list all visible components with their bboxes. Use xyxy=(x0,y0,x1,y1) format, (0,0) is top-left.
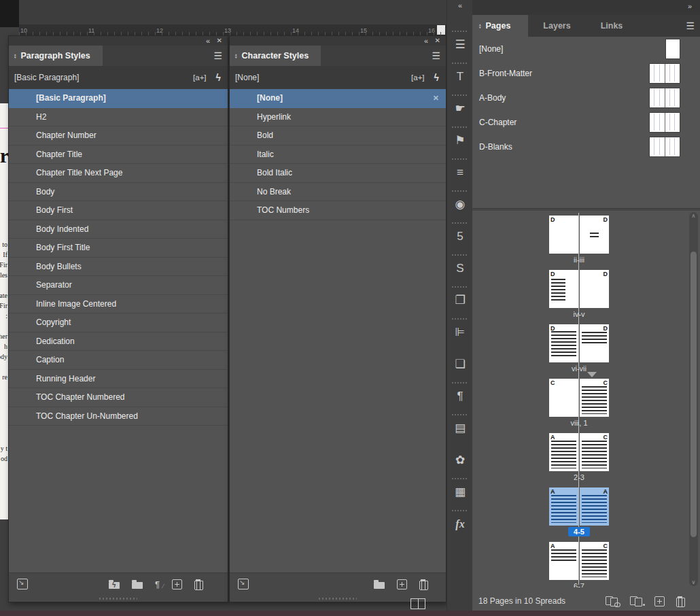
numbering-panel-icon[interactable]: 5 xyxy=(447,220,473,252)
gesture-hand-icon[interactable]: ☛ xyxy=(447,92,473,124)
quick-apply-icon[interactable]: ϟ xyxy=(216,72,221,83)
close-panel-icon[interactable]: ✕ xyxy=(435,36,440,46)
style-row[interactable]: Running Header xyxy=(9,370,228,389)
page-right: A xyxy=(580,487,609,526)
document-text-fragment: her xyxy=(0,333,7,340)
spread-6-7[interactable]: AC6-7 xyxy=(549,542,609,587)
style-row[interactable]: Copyright xyxy=(9,313,228,332)
delete-style-icon[interactable] xyxy=(419,581,428,590)
panel-title-bar[interactable]: « ✕ xyxy=(230,36,446,46)
create-new-page-icon[interactable] xyxy=(654,596,665,606)
master-row[interactable]: [None] xyxy=(472,37,700,61)
style-row[interactable]: Chapter Number xyxy=(9,126,228,146)
style-row[interactable]: Body Bullets xyxy=(9,258,228,277)
tab-pages[interactable]: ▴▾ Pages xyxy=(472,15,528,37)
tab-character-styles[interactable]: ▴▾ Character Styles xyxy=(230,46,321,66)
edit-page-size-icon[interactable] xyxy=(606,596,618,606)
panel-title-bar[interactable]: « ✕ xyxy=(9,36,228,46)
style-row[interactable]: Chapter Title Next Page xyxy=(9,164,228,183)
style-row[interactable]: Chapter Title xyxy=(9,146,228,165)
new-style-group-icon[interactable] xyxy=(132,582,143,589)
load-styles-icon[interactable] xyxy=(238,579,249,589)
master-name: [None] xyxy=(479,44,503,54)
spread-ii-iii[interactable]: DDii-iii xyxy=(549,216,609,264)
spread-2-3[interactable]: AC2-3 xyxy=(549,433,609,481)
style-row[interactable]: Dedication xyxy=(9,332,228,352)
spread-iv-v[interactable]: DDiv-v xyxy=(549,270,609,318)
style-row[interactable]: Inline Image Centered xyxy=(9,295,228,314)
tab-paragraph-styles[interactable]: ▴▾ Paragraph Styles xyxy=(9,46,103,66)
style-row[interactable]: Body Indented xyxy=(9,220,228,239)
transform-panel-icon[interactable]: ❏ xyxy=(447,348,473,380)
master-row[interactable]: D-Blanks xyxy=(472,135,700,159)
style-row[interactable]: Caption xyxy=(9,351,228,370)
swash-panel-icon[interactable]: S xyxy=(447,252,473,284)
gradient-panel-icon[interactable]: ▤ xyxy=(447,412,473,444)
style-row[interactable]: TOC Chapter Numbered xyxy=(9,388,228,407)
swatches-panel-icon[interactable]: ▦ xyxy=(447,476,473,508)
scroll-up-icon[interactable]: ∧ xyxy=(689,213,698,219)
style-row[interactable]: Body First Title xyxy=(9,239,228,258)
scroll-down-icon[interactable]: ∨ xyxy=(689,579,698,585)
collapse-panel-icon[interactable]: « xyxy=(424,36,428,46)
character-panel-icon[interactable]: T xyxy=(447,61,473,92)
page-left: C xyxy=(549,379,578,417)
effects-panel-icon[interactable]: fx xyxy=(447,508,473,540)
spread-viii-1[interactable]: CCviii, 1 xyxy=(549,379,609,427)
style-row[interactable]: H2 xyxy=(9,108,228,127)
new-style-group-icon[interactable] xyxy=(374,582,385,589)
style-row[interactable]: [Basic Paragraph] xyxy=(9,89,228,108)
delete-page-icon[interactable] xyxy=(676,598,685,607)
panel-toggle-icon: ▴▾ xyxy=(14,53,16,58)
bookmarks-panel-icon[interactable]: ⚑ xyxy=(447,124,473,156)
create-new-style-icon[interactable] xyxy=(172,579,182,589)
style-row[interactable]: Bold Italic xyxy=(230,164,446,183)
style-row[interactable]: Bold xyxy=(230,126,446,146)
master-row[interactable]: C-Chapter xyxy=(472,110,700,135)
style-row[interactable]: Hyperlink xyxy=(230,108,446,127)
load-styles-icon[interactable] xyxy=(17,579,28,589)
master-thumbnail xyxy=(650,137,680,156)
style-row[interactable]: Body xyxy=(9,183,228,202)
style-row[interactable]: TOC Chapter Un-Numbered xyxy=(9,407,228,426)
expand-dock-icon[interactable]: » xyxy=(688,2,692,10)
paragraph-mark-panel-icon[interactable]: ¶ xyxy=(447,380,473,412)
master-row[interactable]: B-Front-Matter xyxy=(472,61,700,86)
spread-4-5[interactable]: AA4-5 xyxy=(549,487,609,536)
panel-menu-icon[interactable]: ☰ xyxy=(432,50,440,61)
pages-menu-icon[interactable]: ☰ xyxy=(686,20,695,31)
style-row[interactable]: TOC Numbers xyxy=(230,201,446,220)
style-row[interactable]: Body First xyxy=(9,201,228,220)
align-panel-icon[interactable]: ⊫ xyxy=(447,316,473,348)
close-panel-icon[interactable]: ✕ xyxy=(217,36,222,46)
collapse-dock-icon[interactable]: « xyxy=(447,1,473,10)
color-panel-icon[interactable]: ✿ xyxy=(447,444,473,476)
scrollbar-thumb[interactable] xyxy=(690,252,697,537)
master-page-right xyxy=(665,64,680,83)
style-row[interactable]: Separator xyxy=(9,276,228,295)
spread-view-icon[interactable] xyxy=(410,598,425,609)
delete-style-icon[interactable] xyxy=(194,581,203,590)
tab-layers[interactable]: Layers xyxy=(528,15,585,37)
pages-scrollbar[interactable]: ∧ ∨ xyxy=(689,212,698,586)
text-wrap-panel-icon[interactable]: ◉ xyxy=(447,188,473,220)
create-new-style-icon[interactable] xyxy=(397,579,407,589)
style-row[interactable]: [None]✕ xyxy=(230,89,446,108)
panel-resize-grip[interactable] xyxy=(9,595,228,602)
style-row[interactable]: Italic xyxy=(230,146,446,165)
tab-links[interactable]: Links xyxy=(586,15,638,37)
style-override-highlighter-icon[interactable]: [a+] xyxy=(193,73,207,82)
new-master-icon[interactable] xyxy=(630,596,643,606)
master-row[interactable]: A-Body xyxy=(472,86,700,110)
redefine-style-icon[interactable]: ¶∕ xyxy=(155,579,160,589)
collapse-panel-icon[interactable]: « xyxy=(206,36,210,46)
quick-apply-icon[interactable]: ϟ xyxy=(434,72,439,83)
paragraph-panel-icon[interactable]: ☰ xyxy=(447,29,473,61)
spread-vi-vii[interactable]: DDvi-vii xyxy=(549,324,609,373)
style-override-highlighter-icon[interactable]: [a+] xyxy=(411,73,425,82)
new-style-group-from-styles-icon[interactable]: ϟ xyxy=(109,582,120,589)
style-row[interactable]: No Break xyxy=(230,183,446,202)
pathfinder-panel-icon[interactable]: ❐ xyxy=(447,284,473,316)
stroke-panel-icon[interactable]: ≡ xyxy=(447,156,473,188)
panel-menu-icon[interactable]: ☰ xyxy=(213,50,222,61)
